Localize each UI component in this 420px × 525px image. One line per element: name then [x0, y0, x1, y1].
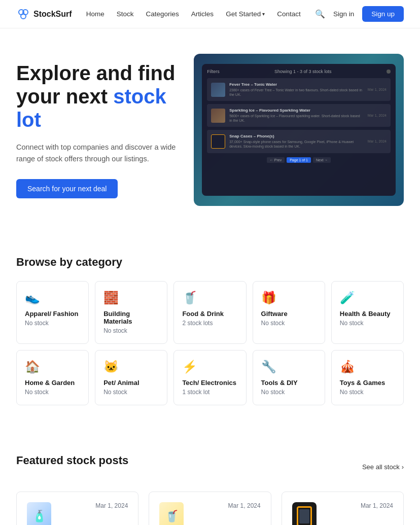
category-tools[interactable]: Tools & DIY No stock [253, 350, 325, 405]
nav-get-started[interactable]: Get Started ▾ [226, 10, 265, 18]
chevron-down-icon: ▾ [262, 11, 265, 17]
category-tools-name: Tools & DIY [261, 379, 317, 387]
search-icon[interactable]: 🔍 [315, 9, 325, 19]
sign-up-button[interactable]: Sign up [362, 6, 404, 22]
fever-tree-date: Mar 1, 2024 [95, 502, 128, 509]
mock-row-1: Fever Tree – Tonic Water 2380+ cases of … [207, 78, 391, 101]
mock-thumb-2 [211, 109, 225, 123]
tools-icon [261, 360, 317, 374]
stock-card-fever-tree[interactable]: 🧴 Mar 1, 2024 Fever Tree – Tonic Water 2… [16, 492, 138, 525]
apparel-icon [25, 291, 80, 305]
mock-filters-label: Filters [207, 69, 220, 74]
search-cta-button[interactable]: Search for your next deal [16, 179, 118, 198]
hero-section: Explore and find your next stock lot Con… [0, 28, 420, 231]
category-toys-name: Toys & Games [340, 379, 395, 387]
pet-icon [103, 360, 159, 374]
featured-header: Featured stock posts See all stock › [16, 454, 404, 479]
category-home-stock: No stock [25, 389, 80, 396]
mock-screen: Filters Showing 1 - 3 of 3 stock lots Fe… [202, 64, 396, 196]
see-all-link[interactable]: See all stock › [362, 463, 404, 471]
category-apparel-stock: No stock [25, 320, 80, 327]
category-tech-stock: 1 stock lot [182, 389, 237, 396]
nav-home[interactable]: Home [86, 10, 104, 18]
category-apparel[interactable]: Apparel/ Fashion No stock [16, 281, 89, 344]
featured-title: Featured stock posts [16, 454, 128, 467]
sparkling-ice-thumb: 🥤 [159, 502, 184, 525]
building-icon [103, 291, 159, 305]
category-building-name: Building Materials [103, 310, 159, 325]
stock-card-snap-cases[interactable]: Mar 1, 2024 Snap Cases – Phone(s) 37,000… [282, 492, 404, 525]
stock-card-sparkling-ice[interactable]: 🥤 Mar 1, 2024 Sparkling Ice – Flavoured … [149, 492, 271, 525]
category-home[interactable]: Home & Garden No stock [16, 350, 89, 405]
gift-icon [261, 291, 317, 305]
category-building[interactable]: Building Materials No stock [95, 281, 167, 344]
logo[interactable]: StockSurf [16, 7, 72, 21]
mock-row-3: Snap Cases – Phone(s) 37,000+ Snap-style… [207, 130, 391, 153]
food-icon [182, 291, 237, 305]
navigation: StockSurf Home Stock Categories Articles… [0, 0, 420, 28]
hero-text: Explore and find your next stock lot Con… [16, 61, 178, 198]
category-food-name: Food & Drink [182, 310, 237, 318]
chevron-right-icon: › [402, 463, 404, 471]
categories-title: Browse by category [16, 256, 404, 269]
category-tech-name: Tech/ Electronics [182, 379, 237, 387]
categories-section: Browse by category Apparel/ Fashion No s… [0, 231, 420, 430]
tech-icon [182, 360, 237, 374]
mock-pagination: ← Prev Page 1 of 1 Next → [207, 157, 391, 163]
sparkling-ice-date: Mar 1, 2024 [228, 502, 261, 509]
sign-in-link[interactable]: Sign in [333, 10, 354, 18]
categories-grid: Apparel/ Fashion No stock Building Mater… [16, 281, 404, 405]
svg-point-2 [21, 14, 26, 19]
category-food-stock: 2 stock lots [182, 320, 237, 327]
mock-showing-label: Showing 1 - 3 of 3 stock lots [274, 69, 332, 74]
beauty-icon [340, 291, 395, 305]
nav-actions: 🔍 Sign in Sign up [315, 6, 404, 22]
category-giftware-name: Giftware [261, 310, 317, 318]
category-beauty-name: Health & Beauty [340, 310, 395, 318]
category-pet[interactable]: Pet/ Animal No stock [95, 350, 167, 405]
category-giftware[interactable]: Giftware No stock [253, 281, 325, 344]
nav-contact[interactable]: Contact [277, 10, 301, 18]
mock-thumb-3 [211, 134, 225, 149]
category-tech[interactable]: Tech/ Electronics 1 stock lot [173, 350, 246, 405]
toys-icon [340, 360, 395, 374]
category-apparel-name: Apparel/ Fashion [25, 310, 80, 318]
category-toys[interactable]: Toys & Games No stock [331, 350, 404, 405]
category-food[interactable]: Food & Drink 2 stock lots [173, 281, 246, 344]
hero-image: Filters Showing 1 - 3 of 3 stock lots Fe… [194, 54, 404, 206]
nav-links: Home Stock Categories Articles Get Start… [86, 10, 301, 18]
mock-row-2: Sparkling Ice – Flavoured Sparkling Wate… [207, 104, 391, 127]
category-home-name: Home & Garden [25, 379, 80, 387]
category-building-stock: No stock [103, 327, 159, 334]
nav-articles[interactable]: Articles [191, 10, 214, 18]
category-toys-stock: No stock [340, 389, 395, 396]
home-icon [25, 360, 80, 374]
snap-cases-thumb [292, 502, 317, 525]
mock-close-button [387, 69, 391, 74]
category-pet-stock: No stock [103, 389, 159, 396]
category-beauty-stock: No stock [340, 320, 395, 327]
mock-thumb-1 [211, 83, 225, 97]
category-beauty[interactable]: Health & Beauty No stock [331, 281, 404, 344]
featured-section: Featured stock posts See all stock › 🧴 M… [0, 430, 420, 525]
hero-description: Connect with top companies and discover … [16, 142, 178, 165]
hero-heading: Explore and find your next stock lot [16, 61, 178, 131]
category-pet-name: Pet/ Animal [103, 379, 159, 387]
category-tools-stock: No stock [261, 389, 317, 396]
snap-cases-date: Mar 1, 2024 [361, 502, 393, 509]
nav-stock[interactable]: Stock [117, 10, 134, 18]
fever-tree-thumb: 🧴 [27, 502, 51, 525]
nav-categories[interactable]: Categories [146, 10, 179, 18]
stock-grid: 🧴 Mar 1, 2024 Fever Tree – Tonic Water 2… [16, 492, 404, 525]
category-giftware-stock: No stock [261, 320, 317, 327]
